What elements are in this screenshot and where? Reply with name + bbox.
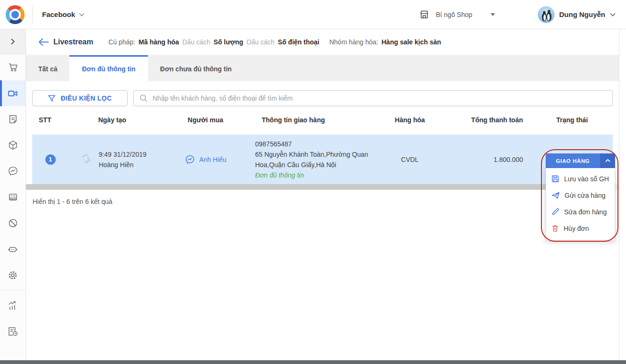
user-menu[interactable]: Dung Nguyễn bbox=[538, 6, 616, 23]
sidebar-item-products[interactable] bbox=[0, 132, 26, 158]
sidebar-expand-button[interactable] bbox=[0, 29, 26, 54]
syntax-help: Cú pháp: Mã hàng hóa Dấu cách Số lượng D… bbox=[109, 38, 441, 46]
chevron-down-icon bbox=[79, 13, 85, 17]
product-group-value: Hàng sale kịch sàn bbox=[382, 38, 441, 46]
pagination-bar: Hiển thị 1 - 6 trên 6 kết quả 1 bbox=[26, 190, 619, 213]
delivery-action-dropdown: GIAO HÀNG Lưu vào sổ GH Gửi cửa hàng Sửa… bbox=[546, 153, 615, 241]
receipt-icon bbox=[78, 151, 95, 168]
storefront-icon bbox=[419, 9, 430, 20]
column-header-total: Tổng thanh toán bbox=[442, 116, 532, 124]
filter-row: ĐIỀU KIỆN LỌC bbox=[32, 90, 613, 106]
blocked-icon bbox=[8, 218, 18, 229]
channel-label: Facebook bbox=[42, 10, 75, 18]
order-complete-note: Đơn đủ thông tin bbox=[255, 170, 373, 180]
created-by: Hoàng Hiền bbox=[99, 160, 146, 170]
search-input[interactable] bbox=[153, 94, 607, 102]
syntax-part: Mã hàng hóa bbox=[138, 38, 179, 46]
divider bbox=[32, 6, 33, 23]
expand-icon bbox=[9, 38, 16, 45]
page-title: Livestream bbox=[53, 38, 94, 46]
giao-hang-button[interactable]: GIAO HÀNG bbox=[546, 153, 615, 168]
chevron-down-icon bbox=[610, 13, 616, 17]
sidebar-item-analytics[interactable] bbox=[0, 292, 26, 318]
table-row[interactable]: 1 9:49 31/12/2019 Hoàng Hiền bbox=[32, 135, 613, 184]
messenger-icon bbox=[8, 166, 18, 177]
sidebar-item-chatbot[interactable] bbox=[0, 236, 26, 262]
menu-item-edit-order[interactable]: Sửa đơn hàng bbox=[546, 203, 615, 220]
row-number-badge: 1 bbox=[45, 154, 56, 165]
sidebar-item-livestream[interactable] bbox=[0, 80, 26, 106]
buyer-name-link[interactable]: Anh Hiếu bbox=[199, 156, 227, 163]
reports-icon bbox=[7, 326, 18, 337]
column-header-stt: STT bbox=[32, 116, 69, 124]
save-icon bbox=[551, 175, 559, 183]
filter-conditions-button[interactable]: ĐIỀU KIỆN LỌC bbox=[32, 90, 128, 106]
table-footer: Hiển thị 1 - 6 trên 6 kết quả 1 bbox=[26, 184, 619, 213]
menu-item-send-store[interactable]: Gửi cửa hàng bbox=[546, 187, 615, 203]
cart-icon bbox=[8, 62, 18, 73]
product-group-label: Nhóm hàng hóa: bbox=[329, 38, 378, 46]
column-header-buyer: Người mua bbox=[156, 116, 255, 124]
chevron-up-icon[interactable] bbox=[600, 153, 615, 168]
app-body: Livestream Cú pháp: Mã hàng hóa Dấu cách… bbox=[0, 29, 626, 360]
syntax-label: Cú pháp: bbox=[109, 38, 136, 46]
user-name: Dung Nguyễn bbox=[559, 10, 606, 18]
syntax-part: Dấu cách bbox=[182, 38, 210, 46]
shop-name: Bí ngô Shop bbox=[436, 11, 472, 18]
column-header-status: Trạng thái bbox=[532, 116, 613, 124]
shop-selector[interactable]: Bí ngô Shop bbox=[419, 9, 495, 20]
main-content: Livestream Cú pháp: Mã hàng hóa Dấu cách… bbox=[26, 29, 619, 360]
messenger-icon bbox=[185, 154, 195, 165]
sidebar-item-reports[interactable] bbox=[0, 318, 26, 344]
scrollbar-thumb[interactable] bbox=[26, 184, 587, 190]
product-cell: CVDL bbox=[378, 156, 442, 163]
back-button[interactable]: Livestream bbox=[38, 38, 94, 46]
chatbot-icon bbox=[7, 244, 18, 255]
sidebar-item-blocked[interactable] bbox=[0, 210, 26, 236]
avatar bbox=[538, 6, 555, 23]
menu-item-label: Sửa đơn hàng bbox=[564, 208, 607, 216]
menu-item-label: Hủy đơn bbox=[564, 225, 589, 232]
penguin-photo bbox=[538, 7, 555, 23]
menu-item-label: Gửi cửa hàng bbox=[565, 192, 605, 199]
horizontal-scrollbar[interactable] bbox=[26, 184, 619, 190]
tab-complete-orders[interactable]: Đơn đủ thông tin bbox=[69, 55, 147, 81]
pages-icon bbox=[8, 192, 18, 203]
menu-item-save-to-book[interactable]: Lưu vào sổ GH bbox=[546, 170, 615, 187]
delivery-info-cell: 0987565487 65 Nguyễn Khánh Toàn,Phường Q… bbox=[255, 139, 378, 180]
orders-icon bbox=[8, 114, 18, 125]
edit-icon bbox=[551, 208, 559, 216]
back-arrow-icon bbox=[38, 38, 49, 46]
created-cell: 9:49 31/12/2019 Hoàng Hiền bbox=[69, 149, 156, 170]
delivery-phone: 0987565487 bbox=[255, 139, 373, 149]
menu-item-cancel-order[interactable]: Hủy đơn bbox=[546, 220, 615, 237]
sidebar-item-orders-cart[interactable] bbox=[0, 54, 26, 80]
column-header-delivery: Thông tin giao hàng bbox=[255, 116, 378, 124]
sidebar-item-messages[interactable] bbox=[0, 158, 26, 184]
search-icon bbox=[139, 94, 148, 102]
column-header-created: Ngày tạo bbox=[69, 116, 156, 124]
top-bar: Facebook Bí ngô Shop Dung Nguyễn bbox=[0, 0, 626, 29]
syntax-part: Số điện thoại bbox=[278, 38, 319, 46]
livestream-icon bbox=[7, 88, 18, 99]
tab-all[interactable]: Tất cả bbox=[26, 55, 69, 81]
giao-hang-label: GIAO HÀNG bbox=[546, 153, 600, 168]
sidebar-item-settings[interactable] bbox=[0, 262, 26, 288]
breadcrumb: Livestream Cú pháp: Mã hàng hóa Dấu cách… bbox=[26, 29, 619, 55]
sidebar-item-orders[interactable] bbox=[0, 106, 26, 132]
action-menu: Lưu vào sổ GH Gửi cửa hàng Sửa đơn hàng … bbox=[546, 168, 615, 241]
sidebar-item-pages[interactable] bbox=[0, 184, 26, 210]
settings-icon bbox=[7, 270, 18, 281]
tab-incomplete-orders[interactable]: Đơn chưa đủ thông tin bbox=[148, 55, 244, 81]
analytics-icon bbox=[7, 300, 18, 311]
syntax-part: Dấu cách bbox=[247, 38, 274, 46]
trash-icon bbox=[551, 224, 559, 232]
menu-item-label: Lưu vào sổ GH bbox=[564, 175, 609, 183]
buyer-cell[interactable]: Anh Hiếu bbox=[156, 154, 255, 165]
search-box bbox=[133, 90, 613, 106]
table-header: STT Ngày tạo Người mua Thông tin giao hà… bbox=[32, 108, 613, 132]
channel-selector[interactable]: Facebook bbox=[42, 10, 85, 18]
created-time: 9:49 31/12/2019 bbox=[99, 149, 146, 160]
window-bottom-edge bbox=[0, 360, 626, 364]
funnel-icon bbox=[48, 94, 56, 102]
